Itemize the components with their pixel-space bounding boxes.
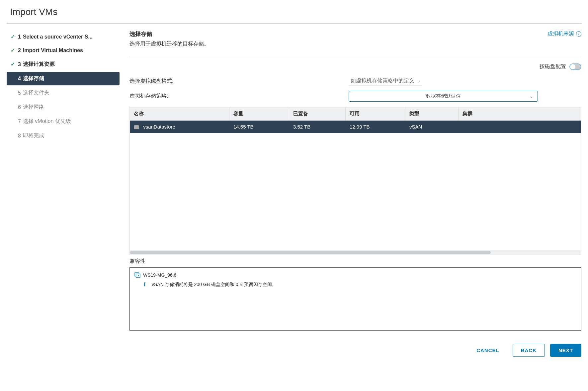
cancel-button[interactable]: CANCEL — [468, 344, 507, 356]
step-label: Select a source vCenter S... — [23, 34, 93, 40]
step-number: 6 — [18, 104, 21, 110]
check-icon: ✓ — [11, 47, 15, 53]
col-capacity[interactable]: 容量 — [229, 107, 289, 120]
main-subtitle: 选择用于虚拟机迁移的目标存储。 — [129, 41, 209, 48]
step-number: 2 — [18, 48, 21, 53]
cell-free: 12.99 TB — [346, 121, 405, 133]
page-title: Import VMs — [7, 7, 581, 17]
cell-provisioned: 3.52 TB — [289, 121, 346, 133]
col-name[interactable]: 名称 — [130, 107, 229, 120]
cell-cluster — [459, 121, 581, 133]
col-cluster[interactable]: 集群 — [459, 107, 581, 120]
datastore-name: vsanDatastore — [143, 124, 175, 130]
vm-name: WS19-MG_96.6 — [143, 272, 176, 278]
step-number: 4 — [18, 76, 21, 82]
col-provisioned[interactable]: 已置备 — [289, 107, 346, 120]
check-icon: ✓ — [11, 61, 15, 67]
step-1[interactable]: ✓ 1 Select a source vCenter S... — [7, 30, 120, 43]
next-button[interactable]: NEXT — [550, 344, 581, 357]
step-number: 5 — [18, 90, 21, 96]
vm-icon — [134, 272, 140, 278]
disk-config-toggle-label: 按磁盘配置 — [540, 63, 566, 70]
wizard-footer: CANCEL BACK NEXT — [129, 344, 581, 357]
step-8: ✓ 8 即将完成 — [7, 129, 120, 143]
col-type[interactable]: 类型 — [405, 107, 459, 120]
step-7: ✓ 7 选择 vMotion 优先级 — [7, 115, 120, 128]
compatibility-message: vSAN 存储消耗将是 200 GB 磁盘空间和 0 B 预留闪存空间。 — [152, 282, 277, 288]
step-label: 选择文件夹 — [23, 89, 49, 96]
table-body[interactable]: vsanDatastore 14.55 TB 3.52 TB 12.99 TB … — [130, 121, 581, 250]
horizontal-scrollbar[interactable] — [130, 250, 581, 255]
main-title: 选择存储 — [129, 30, 209, 38]
step-3[interactable]: ✓ 3 选择计算资源 — [7, 57, 120, 71]
table-row[interactable]: vsanDatastore 14.55 TB 3.52 TB 12.99 TB … — [130, 121, 581, 133]
storage-policy-dropdown[interactable]: 数据存储默认值 ⌄ — [349, 91, 538, 102]
step-label: 选择网络 — [23, 104, 44, 111]
compatibility-box: WS19-MG_96.6 i vSAN 存储消耗将是 200 GB 磁盘空间和 … — [129, 267, 581, 331]
storage-policy-value: 数据存储默认值 — [426, 93, 461, 99]
divider — [7, 23, 581, 24]
col-free[interactable]: 可用 — [346, 107, 405, 120]
step-number: 8 — [18, 133, 21, 139]
disk-config-toggle[interactable] — [569, 63, 581, 70]
step-label: Import Virtual Machines — [23, 48, 83, 53]
scrollbar-thumb[interactable] — [130, 251, 491, 254]
datastore-table: 名称 容量 已置备 可用 类型 集群 vsanDatastore 14.55 T… — [129, 107, 581, 255]
svg-rect-1 — [136, 274, 140, 277]
compatibility-title: 兼容性 — [129, 258, 581, 265]
step-label: 即将完成 — [23, 132, 44, 139]
disk-format-value: 如虚拟机存储策略中的定义 — [351, 77, 414, 84]
cell-type: vSAN — [405, 121, 459, 133]
table-header: 名称 容量 已置备 可用 类型 集群 — [130, 107, 581, 121]
step-4[interactable]: ✓ 4 选择存储 — [7, 72, 120, 85]
disk-format-label: 选择虚拟磁盘格式: — [129, 78, 349, 85]
storage-policy-label: 虚拟机存储策略: — [129, 93, 349, 100]
check-icon: ✓ — [11, 34, 15, 40]
toggle-knob — [570, 64, 575, 69]
source-link-label: 虚拟机来源 — [547, 30, 574, 37]
step-label: 选择 vMotion 优先级 — [23, 118, 71, 125]
step-label: 选择计算资源 — [23, 61, 55, 68]
step-number: 1 — [18, 34, 21, 40]
step-number: 7 — [18, 119, 21, 125]
vm-source-link[interactable]: 虚拟机来源 i — [547, 30, 581, 37]
step-number: 3 — [18, 61, 21, 67]
step-5: ✓ 5 选择文件夹 — [7, 86, 120, 100]
datastore-icon — [134, 125, 139, 129]
disk-format-dropdown[interactable]: 如虚拟机存储策略中的定义 ⌄ — [349, 77, 422, 85]
step-2[interactable]: ✓ 2 Import Virtual Machines — [7, 44, 120, 57]
info-icon: i — [144, 281, 148, 288]
chevron-down-icon: ⌄ — [417, 79, 420, 83]
info-icon: i — [576, 31, 581, 37]
step-label: 选择存储 — [23, 75, 44, 82]
back-button[interactable]: BACK — [513, 344, 545, 357]
wizard-steps-sidebar: ✓ 1 Select a source vCenter S... ✓ 2 Imp… — [7, 30, 126, 357]
cell-capacity: 14.55 TB — [229, 121, 289, 133]
chevron-down-icon: ⌄ — [530, 94, 533, 99]
step-6: ✓ 6 选择网络 — [7, 100, 120, 114]
